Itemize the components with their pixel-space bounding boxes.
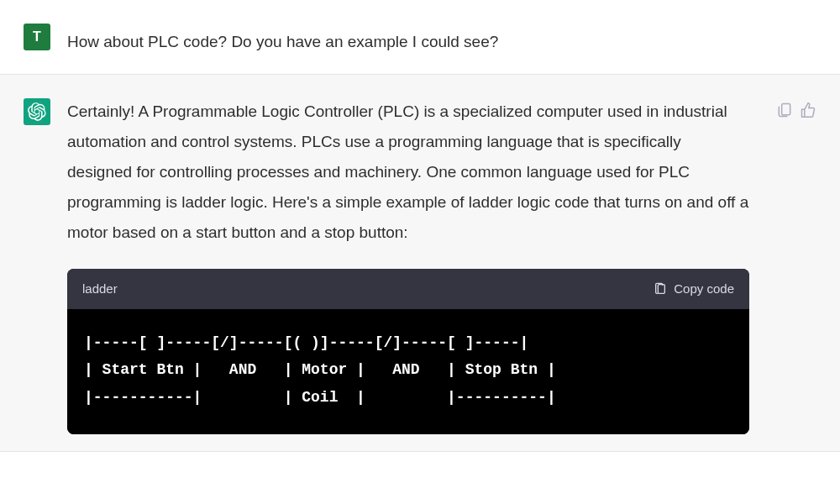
- clipboard-icon: [776, 102, 793, 118]
- clipboard-icon: [654, 282, 667, 296]
- copy-message-button[interactable]: [776, 102, 793, 118]
- openai-logo-icon: [28, 102, 46, 121]
- copy-code-button[interactable]: Copy code: [654, 277, 734, 302]
- copy-code-label: Copy code: [674, 277, 734, 302]
- assistant-action-col: [766, 92, 816, 118]
- svg-rect-1: [782, 104, 790, 115]
- assistant-avatar: [24, 98, 50, 125]
- assistant-content: Certainly! A Programmable Logic Controll…: [67, 92, 749, 434]
- code-header: ladder Copy code: [67, 269, 749, 310]
- code-language-label: ladder: [82, 277, 118, 302]
- user-message-row: T How about PLC code? Do you have an exa…: [0, 0, 840, 74]
- user-avatar: T: [24, 24, 50, 50]
- user-message-text: How about PLC code? Do you have an examp…: [67, 17, 749, 57]
- user-avatar-letter: T: [33, 29, 41, 45]
- thumbs-up-icon: [800, 102, 816, 118]
- assistant-message-row: Certainly! A Programmable Logic Controll…: [0, 74, 840, 452]
- code-body: |-----[ ]-----[/]-----[( )]-----[/]-----…: [67, 309, 749, 434]
- user-action-col: [766, 17, 816, 27]
- svg-rect-0: [659, 284, 665, 293]
- assistant-intro-text: Certainly! A Programmable Logic Controll…: [67, 97, 749, 248]
- code-block: ladder Copy code |-----[ ]-----[/]-----[…: [67, 269, 749, 435]
- thumbs-up-button[interactable]: [800, 102, 816, 118]
